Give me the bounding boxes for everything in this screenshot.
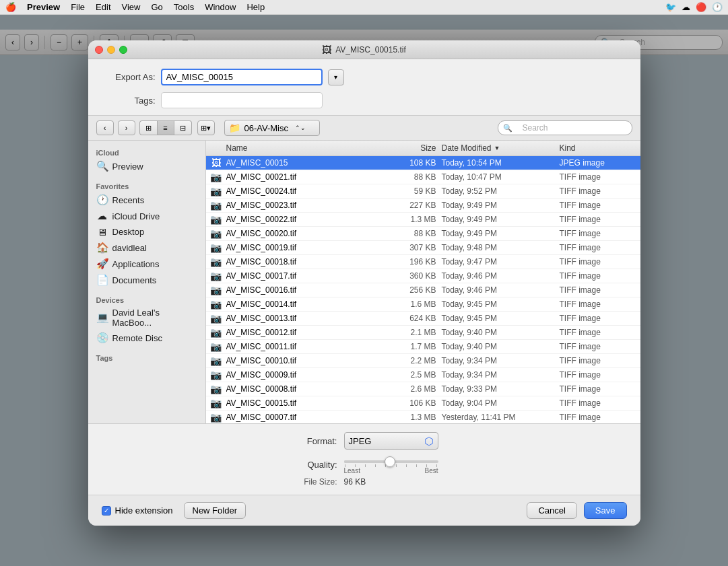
dialog-title: 🖼 AV_MISC_00015.tif [322, 44, 406, 55]
window-menu[interactable]: Window [205, 2, 236, 12]
file-kind: JPEG image [560, 158, 640, 168]
icon-view-button[interactable]: ⊞ [139, 120, 157, 135]
apple-menu[interactable]: 🍎 [5, 2, 16, 12]
home-icon: 🏠 [96, 242, 108, 254]
view-menu[interactable]: View [122, 2, 141, 12]
sidebar-item-documents[interactable]: 📄 Documents [88, 272, 205, 288]
file-name: AV_MISC_00007.tif [226, 413, 381, 422]
list-view-button[interactable]: ≡ [157, 120, 174, 135]
menubar-icon-1: 🐦 [665, 2, 676, 12]
hide-extension-checkbox[interactable]: ✓ [102, 506, 111, 516]
column-date[interactable]: Date Modified ▼ [442, 143, 560, 153]
export-as-row: Export As: ▾ [88, 59, 640, 90]
table-row[interactable]: 📷AV_MISC_00014.tif1.6 MBToday, 9:45 PMTI… [206, 297, 640, 312]
minimize-button[interactable] [107, 46, 115, 54]
table-row[interactable]: 📷AV_MISC_00020.tif88 KBToday, 9:49 PMTIF… [206, 227, 640, 241]
devices-section-label: Devices [88, 293, 205, 306]
folder-name: 06-AV-Misc [244, 123, 289, 133]
folder-icon: 📁 [229, 122, 240, 133]
close-button[interactable] [95, 46, 103, 54]
table-row[interactable]: 🖼AV_MISC_00015108 KBToday, 10:54 PMJPEG … [206, 156, 640, 170]
table-row[interactable]: 📷AV_MISC_00024.tif59 KBToday, 9:52 PMTIF… [206, 184, 640, 199]
sidebar-item-desktop[interactable]: 🖥 Desktop [88, 224, 205, 240]
table-row[interactable]: 📷AV_MISC_00019.tif307 KBToday, 9:48 PMTI… [206, 241, 640, 255]
column-view-button[interactable]: ⊟ [174, 120, 192, 135]
sidebar-item-remote-disc[interactable]: 💿 Remote Disc [88, 330, 205, 346]
file-thumb-icon: 📷 [206, 355, 226, 366]
file-kind: TIFF image [560, 229, 640, 238]
save-dialog: 🖼 AV_MISC_00015.tif Export As: ▾ Tags: ‹… [88, 40, 640, 526]
maximize-button[interactable] [119, 46, 127, 54]
file-name: AV_MISC_00015 [226, 158, 381, 168]
table-row[interactable]: 📷AV_MISC_00011.tif1.7 MBToday, 9:40 PMTI… [206, 340, 640, 354]
file-size: 227 KB [381, 201, 442, 210]
table-row[interactable]: 📷AV_MISC_00009.tif2.5 MBToday, 9:34 PMTI… [206, 368, 640, 382]
format-dropdown-icon: ⬡ [424, 435, 434, 448]
go-menu[interactable]: Go [151, 2, 162, 12]
file-size: 88 KB [381, 229, 442, 238]
sidebar-item-icloud-drive[interactable]: ☁ iCloud Drive [88, 208, 205, 224]
cancel-button[interactable]: Cancel [527, 502, 576, 519]
tick-8 [416, 464, 417, 467]
file-name: AV_MISC_00010.tif [226, 356, 381, 365]
back-button[interactable]: ‹ [96, 120, 114, 135]
file-date: Today, 9:46 PM [442, 285, 560, 295]
table-row[interactable]: 📷AV_MISC_00017.tif360 KBToday, 9:46 PMTI… [206, 269, 640, 283]
save-button[interactable]: Save [584, 502, 627, 519]
format-value: JPEG [349, 436, 372, 446]
app-name[interactable]: Preview [27, 2, 60, 12]
forward-button[interactable]: › [118, 120, 135, 135]
new-folder-button[interactable]: New Folder [184, 502, 246, 519]
file-date: Today, 9:48 PM [442, 243, 560, 252]
sidebar-item-applications[interactable]: 🚀 Applications [88, 256, 205, 272]
table-row[interactable]: 📷AV_MISC_00018.tif196 KBToday, 9:47 PMTI… [206, 255, 640, 269]
tools-menu[interactable]: Tools [174, 2, 194, 12]
file-size: 2.1 MB [381, 328, 442, 337]
sidebar-item-preview[interactable]: 🔍 Preview [88, 158, 205, 174]
file-name: AV_MISC_00021.tif [226, 172, 381, 182]
file-size: 360 KB [381, 271, 442, 281]
quality-thumb[interactable] [385, 456, 395, 467]
table-row[interactable]: 📷AV_MISC_00010.tif2.2 MBToday, 9:34 PMTI… [206, 354, 640, 368]
table-row[interactable]: 📷AV_MISC_00013.tif624 KBToday, 9:45 PMTI… [206, 312, 640, 326]
file-kind: TIFF image [560, 215, 640, 224]
expand-button[interactable]: ▾ [328, 69, 344, 85]
file-date: Today, 10:54 PM [442, 158, 560, 168]
table-row[interactable]: 📷AV_MISC_00023.tif227 KBToday, 9:49 PMTI… [206, 199, 640, 213]
tags-input[interactable] [161, 92, 323, 108]
table-row[interactable]: 📷AV_MISC_00016.tif256 KBToday, 9:46 PMTI… [206, 283, 640, 297]
format-select[interactable]: JPEG ⬡ [344, 432, 438, 450]
sidebar-item-macbook[interactable]: 💻 David Leal's MacBoo... [88, 306, 205, 330]
column-kind[interactable]: Kind [560, 143, 640, 153]
column-name[interactable]: Name [206, 143, 381, 153]
table-row[interactable]: 📷AV_MISC_00021.tif88 KBToday, 10:47 PMTI… [206, 170, 640, 184]
table-row[interactable]: 📷AV_MISC_00008.tif2.6 MBToday, 9:33 PMTI… [206, 382, 640, 396]
file-date: Today, 9:46 PM [442, 271, 560, 281]
group-view-button[interactable]: ⊞▾ [197, 120, 215, 135]
sidebar-davidleal-label: davidleal [112, 243, 147, 253]
quality-slider[interactable] [344, 460, 438, 463]
quality-slider-container: Least Best [344, 455, 438, 474]
table-row[interactable]: 📷AV_MISC_00015.tif106 KBToday, 9:04 PMTI… [206, 396, 640, 411]
table-row[interactable]: 📷AV_MISC_00007.tif1.3 MBYesterday, 11:41… [206, 411, 640, 423]
file-kind: TIFF image [560, 328, 640, 337]
file-menu[interactable]: File [71, 2, 85, 12]
edit-menu[interactable]: Edit [96, 2, 110, 12]
file-thumb-icon: 📷 [206, 327, 226, 338]
export-as-input[interactable] [161, 69, 323, 85]
table-row[interactable]: 📷AV_MISC_00012.tif2.1 MBToday, 9:40 PMTI… [206, 326, 640, 340]
folder-selector[interactable]: 📁 06-AV-Misc ⌃⌄ [224, 120, 321, 136]
help-menu[interactable]: Help [246, 2, 265, 12]
file-kind: TIFF image [560, 342, 640, 351]
file-kind: TIFF image [560, 201, 640, 210]
search-bar[interactable]: 🔍 Search [498, 120, 632, 135]
file-rows-container: 🖼AV_MISC_00015108 KBToday, 10:54 PMJPEG … [206, 156, 640, 423]
file-size: 2.5 MB [381, 370, 442, 380]
dialog-titlebar: 🖼 AV_MISC_00015.tif [88, 40, 640, 59]
table-row[interactable]: 📷AV_MISC_00022.tif1.3 MBToday, 9:49 PMTI… [206, 213, 640, 227]
sidebar-item-recents[interactable]: 🕐 Recents [88, 192, 205, 208]
traffic-lights [95, 46, 127, 54]
sidebar-item-davidleal[interactable]: 🏠 davidleal [88, 240, 205, 256]
column-size[interactable]: Size [381, 143, 442, 153]
format-section: Format: JPEG ⬡ Quality: [88, 423, 640, 495]
